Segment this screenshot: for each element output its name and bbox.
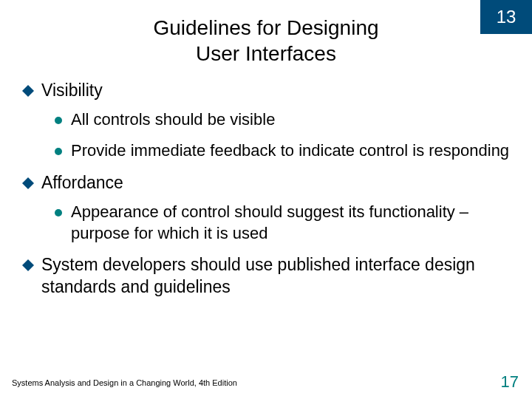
svg-marker-2 — [22, 259, 34, 271]
bullet-text: Affordance — [41, 172, 123, 194]
title-line-2: User Interfaces — [196, 42, 336, 65]
dot-icon — [55, 148, 62, 155]
slide-title: Guidelines for Designing User Interfaces — [0, 0, 532, 66]
sub-bullet-text: Provide immediate feedback to indicate c… — [71, 140, 509, 162]
sub-bullet: All controls should be visible — [55, 109, 510, 131]
diamond-icon — [22, 85, 34, 97]
bullet-text: System developers should use published i… — [41, 254, 510, 299]
bullet-text: Visibility — [41, 80, 103, 102]
sub-bullets-visibility: All controls should be visible Provide i… — [55, 109, 510, 162]
sub-bullet: Appearance of control should suggest its… — [55, 202, 510, 244]
title-line-1: Guidelines for Designing — [153, 16, 378, 39]
slide-content: Visibility All controls should be visibl… — [0, 66, 532, 299]
bullet-affordance: Affordance — [22, 172, 510, 194]
sub-bullets-affordance: Appearance of control should suggest its… — [55, 202, 510, 244]
svg-marker-0 — [22, 85, 34, 97]
diamond-icon — [22, 177, 34, 189]
svg-marker-1 — [22, 177, 34, 189]
bullet-visibility: Visibility — [22, 80, 510, 102]
sub-bullet-text: All controls should be visible — [71, 109, 275, 131]
chapter-number: 13 — [497, 7, 516, 27]
sub-bullet-text: Appearance of control should suggest its… — [71, 202, 510, 244]
diamond-icon — [22, 259, 34, 271]
page-number: 17 — [501, 372, 519, 392]
footer-source: Systems Analysis and Design in a Changin… — [12, 378, 237, 387]
bullet-standards: System developers should use published i… — [22, 254, 510, 299]
dot-icon — [55, 117, 62, 124]
sub-bullet: Provide immediate feedback to indicate c… — [55, 140, 510, 162]
dot-icon — [55, 209, 62, 216]
chapter-badge: 13 — [480, 0, 532, 34]
